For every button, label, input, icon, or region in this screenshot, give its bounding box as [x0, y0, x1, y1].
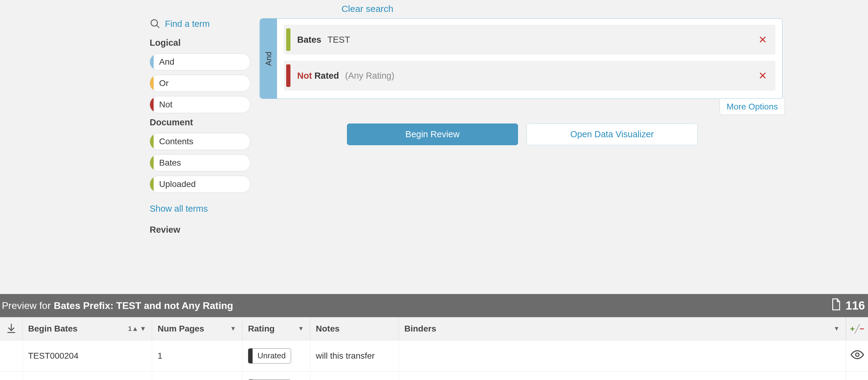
pill-label: Bates [159, 158, 181, 168]
download-column-header[interactable] [0, 317, 23, 340]
svg-point-2 [856, 353, 859, 356]
column-label: Binders [404, 324, 436, 334]
row-download-cell[interactable] [0, 372, 23, 380]
remove-condition-icon[interactable]: ✕ [756, 70, 769, 82]
condition-text: Not Rated (Any Rating) [297, 71, 756, 81]
sort-icon: ▼ [230, 325, 237, 332]
term-pill-and[interactable]: And [150, 54, 250, 70]
column-header-begin-bates[interactable]: Begin Bates 1▲▼ [23, 317, 152, 340]
operator-label: And [264, 51, 273, 66]
pill-color-bar [150, 54, 154, 70]
more-options-button[interactable]: More Options [719, 99, 785, 115]
preview-lead: Preview for [2, 300, 51, 311]
cell-notes: will this transfer [310, 372, 399, 380]
cell-begin-bates: TEST000204 [23, 340, 152, 371]
term-pill-bates[interactable]: Bates [150, 154, 250, 171]
cell-rating[interactable]: Unrated [243, 340, 310, 371]
table-row[interactable]: TEST000204 1 Unrated will this transfer [0, 340, 868, 372]
term-pill-contents[interactable]: Contents [150, 133, 250, 150]
condition-color-bar [286, 28, 290, 51]
cell-num-pages: 2 [152, 372, 243, 380]
doc-count: 116 [831, 298, 865, 313]
begin-review-button[interactable]: Begin Review [347, 124, 518, 145]
condition-text: Bates TEST [297, 35, 756, 45]
rating-badge-bar [248, 349, 253, 363]
show-all-terms-link[interactable]: Show all terms [150, 204, 208, 214]
doc-count-number: 116 [846, 299, 865, 312]
cell-notes: will this transfer [310, 340, 399, 371]
condition-color-bar [286, 64, 290, 87]
column-label: Rating [248, 324, 275, 334]
document-icon [831, 298, 841, 313]
add-remove-icon: +╱− [850, 326, 864, 331]
preview-header: Preview for Bates Prefix: TEST and not A… [0, 294, 868, 317]
column-label: Begin Bates [28, 324, 78, 334]
remove-condition-icon[interactable]: ✕ [756, 34, 769, 46]
table-header-row: Begin Bates 1▲▼ Num Pages ▼ Rating ▼ Not… [0, 317, 868, 340]
clear-search-link[interactable]: Clear search [341, 4, 393, 14]
query-condition[interactable]: Not Rated (Any Rating) ✕ [284, 61, 775, 91]
svg-point-0 [151, 20, 158, 26]
sort-indicator: 1▲▼ [128, 325, 146, 333]
cell-begin-bates: TEST000205 [23, 372, 152, 380]
query-group-operator[interactable]: And [260, 19, 277, 99]
terms-sidebar: Find a term Logical And Or Not Document … [150, 18, 259, 235]
term-pill-or[interactable]: Or [150, 75, 250, 92]
rating-badge-text: Unrated [253, 349, 291, 363]
svg-line-1 [157, 25, 159, 28]
preview-panel: Preview for Bates Prefix: TEST and not A… [0, 294, 868, 380]
view-row-button[interactable] [846, 372, 868, 380]
column-header-num-pages[interactable]: Num Pages ▼ [152, 317, 243, 340]
column-label: Notes [316, 324, 340, 334]
pill-color-bar [150, 154, 154, 171]
term-pill-not[interactable]: Not [150, 96, 250, 113]
cell-binders [399, 340, 846, 371]
search-icon [150, 18, 161, 29]
view-row-button[interactable] [846, 340, 868, 371]
pill-color-bar [150, 133, 154, 150]
download-icon [5, 322, 17, 335]
open-data-visualizer-button[interactable]: Open Data Visualizer [527, 124, 698, 145]
add-remove-column-header[interactable]: +╱− [846, 317, 868, 340]
sort-icon: ▼ [298, 325, 305, 332]
column-label: Num Pages [158, 324, 204, 334]
cell-rating[interactable]: Unrated [243, 372, 310, 380]
query-condition[interactable]: Bates TEST ✕ [284, 25, 775, 55]
column-header-notes[interactable]: Notes [310, 317, 399, 340]
group-title-document: Document [150, 117, 250, 128]
pill-label: And [159, 57, 175, 67]
pill-label: Contents [159, 137, 193, 146]
table-row[interactable]: TEST000205 2 Unrated will this transfer [0, 372, 868, 380]
find-term-link[interactable]: Find a term [165, 19, 210, 29]
pill-color-bar [150, 75, 154, 92]
eye-icon [850, 350, 864, 361]
column-header-binders[interactable]: Binders ▼ [399, 317, 846, 340]
pill-label: Uploaded [159, 179, 196, 189]
term-pill-uploaded[interactable]: Uploaded [150, 176, 250, 193]
pill-color-bar [150, 176, 154, 193]
sort-icon: ▼ [834, 325, 840, 332]
group-title-logical: Logical [150, 38, 250, 48]
row-download-cell[interactable] [0, 340, 23, 371]
cell-num-pages: 1 [152, 340, 243, 371]
preview-query-text: Bates Prefix: TEST and not Any Rating [54, 300, 233, 311]
pill-label: Not [159, 100, 173, 109]
query-builder: And Bates TEST ✕ Not Rated [259, 18, 782, 99]
pill-color-bar [150, 96, 154, 113]
cell-binders [399, 372, 846, 380]
group-title-review: Review [150, 225, 250, 235]
pill-label: Or [159, 78, 168, 88]
column-header-rating[interactable]: Rating ▼ [243, 317, 310, 340]
